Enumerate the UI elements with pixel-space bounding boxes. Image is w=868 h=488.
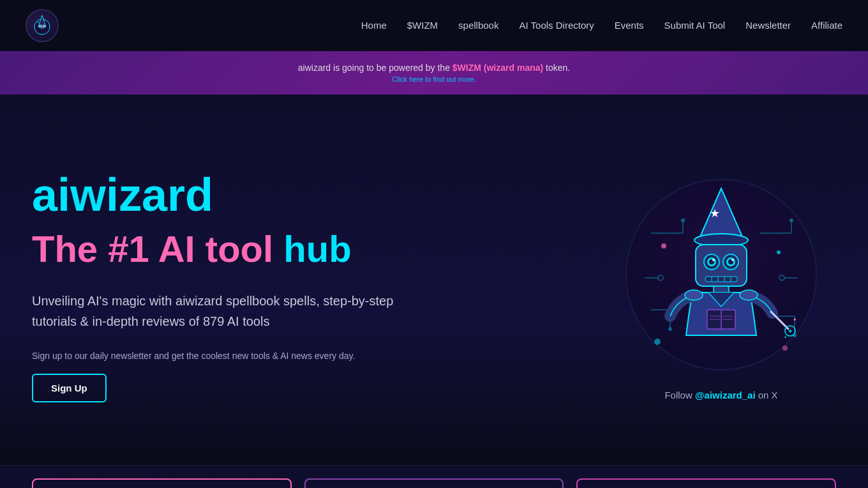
svg-point-35	[712, 259, 715, 261]
svg-marker-25	[699, 188, 744, 240]
svg-point-22	[779, 275, 784, 280]
nav-links: Home $WIZM spellbook AI Tools Directory …	[361, 20, 842, 31]
wizard-svg: ★	[632, 182, 811, 367]
logo[interactable]: ★ ★	[26, 9, 59, 42]
svg-line-49	[771, 312, 788, 329]
navigation: ★ ★ Home $WIZM spellbook AI Tools Direct…	[0, 0, 868, 51]
announcement-banner[interactable]: aiwizard is going to be powered by the $…	[0, 51, 868, 95]
hero-content-left: aiwizard The #1 AI tool hub Unveiling AI…	[32, 170, 440, 402]
svg-text:★: ★	[43, 19, 45, 21]
twitter-handle[interactable]: @aiwizard_ai	[695, 390, 756, 400]
logo-icon: ★ ★	[26, 9, 59, 42]
svg-point-6	[43, 26, 45, 27]
sign-up-button[interactable]: Sign Up	[32, 374, 107, 402]
announcement-text: aiwizard is going to be powered by the $…	[13, 63, 855, 73]
nav-newsletter[interactable]: Newsletter	[745, 20, 791, 31]
svg-rect-42	[714, 286, 729, 293]
follow-text: Follow @aiwizard_ai on X	[664, 390, 777, 400]
bottom-strip	[0, 465, 868, 488]
hero-content-right: ★	[606, 172, 836, 400]
hero-title: aiwizard	[32, 170, 440, 220]
hero-subtitle: The #1 AI tool hub	[32, 227, 440, 271]
svg-text:★: ★	[37, 20, 40, 24]
nav-ai-tools-directory[interactable]: AI Tools Directory	[519, 20, 594, 31]
svg-rect-37	[705, 277, 737, 282]
wizard-image: ★	[619, 172, 823, 377]
svg-point-56	[661, 243, 666, 248]
nav-home[interactable]: Home	[361, 20, 387, 31]
svg-point-14	[789, 218, 793, 222]
nav-submit-ai-tool[interactable]: Submit AI Tool	[664, 20, 726, 31]
announcement-link[interactable]: Click here to find out more.	[13, 75, 855, 83]
nav-events[interactable]: Events	[615, 20, 644, 31]
svg-text:✦: ✦	[793, 317, 797, 323]
nav-affiliate[interactable]: Affiliate	[811, 20, 842, 31]
svg-point-36	[731, 259, 734, 261]
bottom-card-2	[304, 478, 564, 488]
svg-text:✦: ✦	[784, 335, 787, 339]
bottom-card-3	[576, 478, 836, 488]
nav-spellbook[interactable]: spellbook	[458, 20, 498, 31]
hero-newsletter-text: Sign up to our daily newsletter and get …	[32, 351, 440, 361]
nav-wizm[interactable]: $WIZM	[407, 20, 438, 31]
svg-point-58	[654, 339, 661, 345]
svg-point-55	[740, 290, 758, 300]
svg-point-5	[40, 26, 41, 27]
svg-point-54	[685, 290, 703, 300]
svg-point-11	[681, 218, 685, 222]
bottom-card-1	[32, 478, 292, 488]
svg-point-57	[777, 250, 781, 254]
hero-section: aiwizard The #1 AI tool hub Unveiling AI…	[0, 95, 868, 465]
svg-point-17	[668, 327, 672, 331]
svg-text:✦: ✦	[788, 328, 793, 335]
svg-text:★: ★	[710, 207, 720, 220]
svg-point-59	[782, 346, 788, 351]
svg-point-21	[658, 275, 663, 280]
hero-description: Unveiling AI's magic with aiwizard spell…	[32, 291, 415, 332]
